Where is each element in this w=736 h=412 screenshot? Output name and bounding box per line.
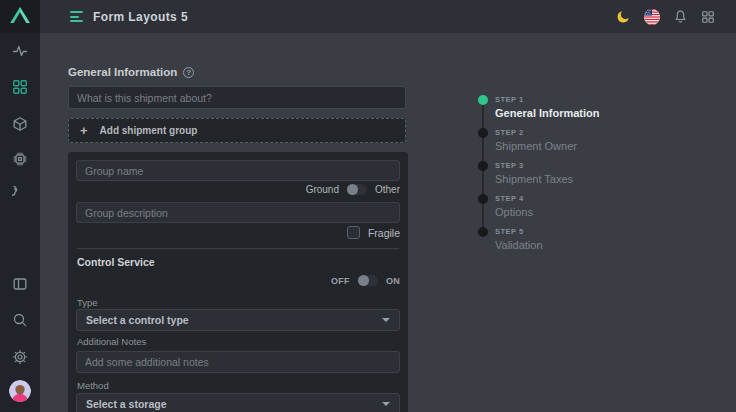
step-dot — [478, 128, 488, 138]
us-flag-icon[interactable] — [644, 9, 660, 25]
stepper-step-3[interactable]: STEP 3 Shipment Taxes — [478, 161, 600, 187]
sidebar-item-layouts-active[interactable] — [0, 79, 40, 95]
grid-icon — [12, 79, 28, 95]
delivery-toggle[interactable] — [347, 184, 367, 195]
type-select[interactable]: Select a control type — [76, 309, 400, 331]
section-title: General Information ? — [68, 66, 194, 78]
main-content: General Information ? + Add shipment gro… — [40, 33, 736, 412]
group-name-input[interactable] — [76, 160, 400, 181]
search-icon — [12, 312, 28, 328]
chip-icon — [12, 151, 28, 167]
sidebar-item-dashboard[interactable] — [0, 43, 40, 59]
sidebar-toggle-panel[interactable] — [0, 276, 40, 292]
sidebar-settings[interactable] — [0, 349, 40, 365]
top-header: Form Layouts 5 — [40, 0, 736, 33]
off-label: OFF — [331, 276, 350, 286]
stepper-step-4[interactable]: STEP 4 Options — [478, 194, 600, 220]
on-label: ON — [386, 276, 400, 286]
delivery-toggle-row: Ground Other — [306, 183, 400, 196]
shipment-about-input[interactable] — [68, 86, 406, 109]
chevron-down-icon — [382, 402, 390, 406]
control-service-toggle-row: OFF ON — [331, 274, 400, 287]
logo-triangle-icon — [9, 6, 31, 28]
chat-icon — [12, 186, 28, 202]
control-service-toggle[interactable] — [358, 275, 378, 286]
toggle-right-label: Other — [375, 184, 400, 195]
wizard-stepper: STEP 1 General Information STEP 2 Shipme… — [478, 95, 600, 260]
method-label: Method — [77, 380, 109, 391]
page-title: Form Layouts 5 — [93, 10, 188, 24]
shipment-group-card: Ground Other Fragile Control Service OFF… — [68, 152, 408, 412]
gear-icon — [12, 349, 28, 365]
notes-input[interactable] — [76, 351, 400, 373]
sidebar-item-messages[interactable] — [0, 186, 40, 202]
chevron-down-icon — [382, 318, 390, 322]
user-avatar[interactable] — [9, 380, 31, 402]
menu-toggle-icon[interactable] — [70, 11, 83, 22]
help-icon[interactable]: ? — [183, 67, 194, 78]
fragile-label: Fragile — [368, 227, 400, 239]
logo[interactable] — [0, 0, 40, 33]
cube-icon — [12, 116, 28, 132]
toggle-left-label: Ground — [306, 184, 339, 195]
plus-icon: + — [80, 124, 88, 137]
notes-label: Additional Notes — [77, 336, 146, 347]
method-select[interactable]: Select a storage — [76, 393, 400, 412]
add-shipment-group-button[interactable]: + Add shipment group — [68, 118, 406, 143]
bell-icon[interactable] — [673, 9, 688, 24]
step-dot — [478, 227, 488, 237]
control-service-label: Control Service — [77, 256, 155, 268]
group-description-input[interactable] — [76, 202, 400, 223]
section-divider — [77, 248, 399, 249]
moon-icon[interactable] — [616, 9, 631, 24]
stepper-step-5[interactable]: STEP 5 Validation — [478, 227, 600, 253]
step-dot — [478, 95, 488, 105]
fragile-checkbox[interactable] — [347, 226, 360, 239]
panel-icon — [12, 276, 28, 292]
sidebar-search[interactable] — [0, 312, 40, 328]
step-dot — [478, 161, 488, 171]
app-window: Form Layouts 5 — [0, 0, 736, 412]
stepper-step-2[interactable]: STEP 2 Shipment Owner — [478, 128, 600, 154]
activity-icon — [12, 43, 28, 59]
apps-grid-icon[interactable] — [701, 10, 715, 24]
stepper-step-1[interactable]: STEP 1 General Information — [478, 95, 600, 121]
sidebar — [0, 0, 40, 412]
step-dot — [478, 194, 488, 204]
type-label: Type — [77, 297, 98, 308]
sidebar-item-hardware[interactable] — [0, 151, 40, 167]
sidebar-item-components[interactable] — [0, 116, 40, 132]
fragile-row: Fragile — [347, 226, 400, 239]
